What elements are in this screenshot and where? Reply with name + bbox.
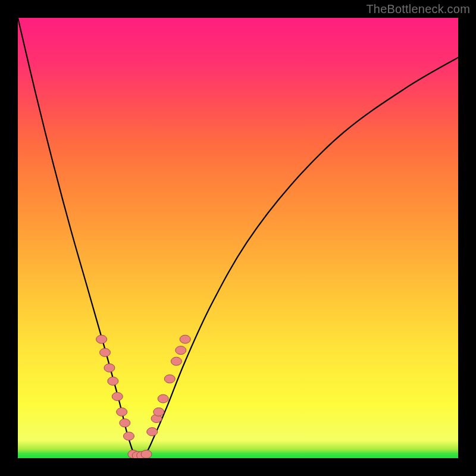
data-marker [123, 432, 134, 440]
data-marker [164, 375, 175, 383]
bottleneck-curve-svg [18, 18, 458, 458]
data-marker [141, 450, 152, 458]
data-marker [96, 335, 107, 343]
data-marker [108, 377, 118, 386]
data-marker [100, 348, 111, 356]
data-marker [176, 346, 186, 355]
data-marker [171, 357, 181, 365]
data-marker [120, 419, 130, 427]
data-marker [180, 335, 190, 343]
data-marker [112, 392, 123, 400]
data-marker [154, 408, 164, 416]
data-marker [117, 408, 127, 416]
bottleneck-curve [18, 18, 458, 458]
chart-frame: TheBottleneck.com [0, 0, 476, 476]
watermark-text: TheBottleneck.com [366, 2, 470, 16]
data-marker [158, 394, 168, 403]
data-marker [147, 428, 158, 436]
data-marker [104, 364, 115, 372]
plot-area [18, 18, 458, 458]
